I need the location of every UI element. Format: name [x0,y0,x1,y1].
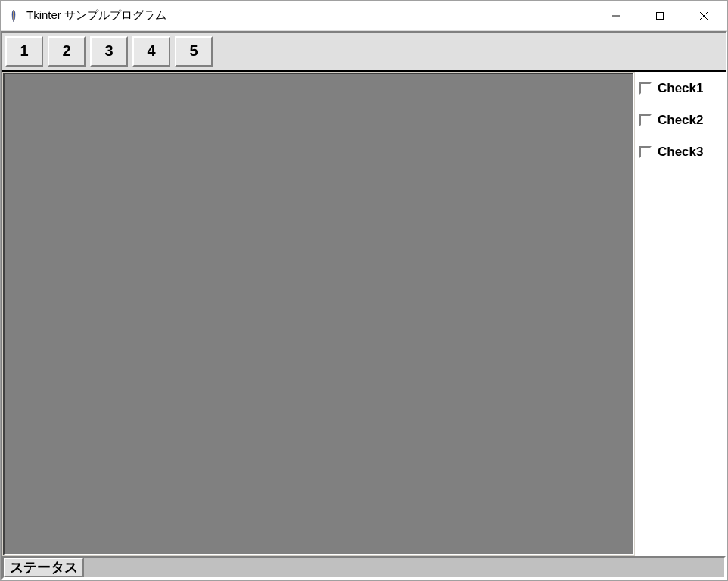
check-item-2[interactable]: Check2 [638,111,723,129]
toolbar-button-2[interactable]: 2 [48,36,86,67]
status-text: ステータス [4,558,84,577]
window-controls [594,2,726,30]
toolbar-button-3[interactable]: 3 [90,36,128,67]
canvas[interactable] [3,73,634,555]
checkbox-icon [639,82,652,95]
maximize-button[interactable] [638,2,682,30]
title-bar: Tkinter サンプルプログラム [1,1,727,31]
main-area: Check1 Check2 Check3 [2,70,726,556]
svg-rect-1 [657,12,664,19]
side-panel: Check1 Check2 Check3 [635,72,726,556]
toolbar-button-5[interactable]: 5 [175,36,213,67]
checkbox-icon [639,146,652,158]
checkbox-icon [639,114,652,126]
content-wrapper: 1 2 3 4 5 Check1 Check2 Check3 [1,31,727,580]
check-item-3[interactable]: Check3 [638,143,723,161]
status-bar: ステータス [2,556,726,579]
close-button[interactable] [682,2,726,30]
minimize-button[interactable] [594,2,638,30]
toolbar-button-1[interactable]: 1 [5,36,43,67]
toolbar-button-4[interactable]: 4 [132,36,170,67]
check-label: Check3 [658,144,703,160]
app-icon [7,8,20,23]
toolbar: 1 2 3 4 5 [2,33,726,70]
check-item-1[interactable]: Check1 [638,79,723,98]
check-label: Check2 [658,113,703,128]
window-title: Tkinter サンプルプログラム [26,8,594,23]
app-window: Tkinter サンプルプログラム 1 2 3 4 5 [0,0,728,581]
check-label: Check1 [658,81,703,96]
